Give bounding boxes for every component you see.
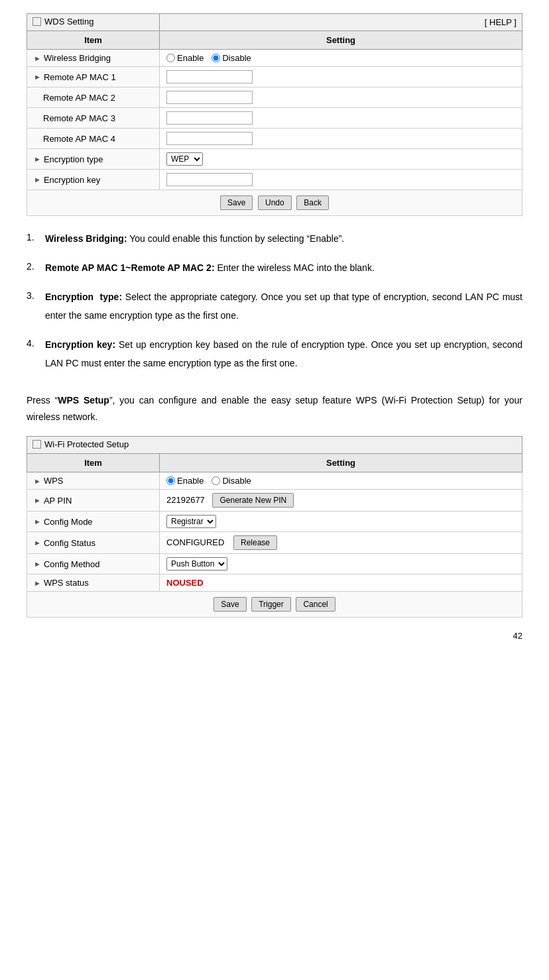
page-number: 42 xyxy=(27,631,522,641)
encryption-key-input[interactable] xyxy=(166,173,253,186)
wds-setting-enc-key xyxy=(160,170,522,190)
section-4-text: Set up encryption key based on the rule … xyxy=(45,339,522,368)
section-3-term: Encryption type: xyxy=(45,292,122,302)
wps-cancel-button[interactable]: Cancel xyxy=(296,597,335,612)
section-1-term: Wireless Bridging: xyxy=(45,233,127,244)
table-row: ► Wireless Bridging Enable Disable xyxy=(27,50,522,67)
arrow-icon: ► xyxy=(34,155,41,163)
wps-title: Wi-Fi Protected Setup xyxy=(44,439,129,449)
config-method-select[interactable]: Push Button PIN xyxy=(166,557,227,571)
wds-label-mac4: Remote AP MAC 4 xyxy=(27,129,160,149)
section-1-text: You could enable this function by select… xyxy=(129,233,344,244)
wds-label-mac3: Remote AP MAC 3 xyxy=(27,108,160,129)
wps-col-item: Item xyxy=(27,454,160,472)
wds-label-mac1: ► Remote AP MAC 1 xyxy=(27,67,160,87)
press-bold: WPS Setup xyxy=(58,395,109,406)
wps-setting-pin: 22192677 Generate New PIN xyxy=(160,490,522,512)
wds-setting-mac2 xyxy=(160,87,522,108)
wds-label-mac2: Remote AP MAC 2 xyxy=(27,87,160,108)
wps-trigger-button[interactable]: Trigger xyxy=(251,597,291,612)
section-3: 3. Encryption type: Select the appropria… xyxy=(27,288,522,325)
section-2-number: 2. xyxy=(27,258,40,277)
section-4: 4. Encryption key: Set up encryption key… xyxy=(27,335,522,372)
section-1-number: 1. xyxy=(27,229,40,248)
arrow-icon: ► xyxy=(34,54,41,62)
mac2-input[interactable] xyxy=(166,91,253,104)
wds-help-link[interactable]: [ HELP ] xyxy=(485,17,517,27)
section-4-number: 4. xyxy=(27,335,40,372)
config-mode-select[interactable]: Registrar Enrollee xyxy=(166,515,216,528)
wds-save-button[interactable]: Save xyxy=(220,195,253,210)
section-2-term: Remote AP MAC 1~Remote AP MAC 2: xyxy=(45,262,215,273)
disable-radio[interactable] xyxy=(212,54,220,62)
wds-undo-button[interactable]: Undo xyxy=(258,195,292,210)
mac3-input[interactable] xyxy=(166,111,253,125)
wps-setting-config-mode: Registrar Enrollee xyxy=(160,512,522,532)
arrow-icon: ► xyxy=(34,496,41,504)
wds-title: WDS Setting xyxy=(44,17,93,27)
section-2: 2. Remote AP MAC 1~Remote AP MAC 2: Ente… xyxy=(27,258,522,277)
enable-radio[interactable] xyxy=(166,54,175,62)
enable-radio-label[interactable]: Enable xyxy=(166,53,204,63)
wps-checkbox-icon[interactable] xyxy=(32,440,41,449)
table-row: ► Encryption key xyxy=(27,170,522,190)
encryption-type-select[interactable]: WEP None xyxy=(166,152,203,166)
wds-back-button[interactable]: Back xyxy=(296,195,329,210)
press-section: Press “WPS Setup”, you can configure and… xyxy=(27,392,522,425)
release-button[interactable]: Release xyxy=(233,535,277,550)
wds-label-wireless-bridging: ► Wireless Bridging xyxy=(27,50,160,67)
wps-label-config-mode: ► Config Mode xyxy=(27,512,160,532)
mac4-input[interactable] xyxy=(166,132,253,145)
arrow-icon: ► xyxy=(34,560,41,568)
generate-pin-button[interactable]: Generate New PIN xyxy=(212,493,294,508)
mac1-input[interactable] xyxy=(166,70,253,83)
wds-col-item: Item xyxy=(27,31,160,50)
config-status-value: CONFIGURED xyxy=(166,537,224,547)
arrow-icon: ► xyxy=(34,176,41,184)
wps-table: Wi-Fi Protected Setup Item Setting ► WPS xyxy=(27,436,522,618)
wds-button-row: Save Undo Back xyxy=(27,190,522,216)
wps-save-button[interactable]: Save xyxy=(213,597,246,612)
wds-table: WDS Setting [ HELP ] Item Setting ► Wire… xyxy=(27,13,522,216)
wps-label-wps: ► WPS xyxy=(27,472,160,490)
table-row: ► WPS Enable Disable xyxy=(27,472,522,490)
wps-label-status: ► WPS status xyxy=(27,574,160,592)
wds-setting-wireless-bridging: Enable Disable xyxy=(160,50,522,67)
wds-setting-mac1 xyxy=(160,67,522,87)
wds-col-setting: Setting xyxy=(160,31,522,50)
table-row: ► Config Status CONFIGURED Release xyxy=(27,532,522,554)
wds-setting-enc-type: WEP None xyxy=(160,149,522,170)
section-3-number: 3. xyxy=(27,288,40,325)
disable-radio-label[interactable]: Disable xyxy=(212,53,251,63)
table-row: ► Config Method Push Button PIN xyxy=(27,554,522,574)
press-text-before: Press “ xyxy=(27,395,58,406)
wds-label-enc-key: ► Encryption key xyxy=(27,170,160,190)
wps-disable-label[interactable]: Disable xyxy=(212,476,251,486)
arrow-icon: ► xyxy=(34,73,41,81)
arrow-icon: ► xyxy=(34,517,41,525)
wds-label-enc-type: ► Encryption type xyxy=(27,149,160,170)
wds-setting-mac3 xyxy=(160,108,522,129)
pin-value: 22192677 xyxy=(166,495,205,505)
wps-col-setting: Setting xyxy=(160,454,522,472)
wds-setting-mac4 xyxy=(160,129,522,149)
wps-label-config-status: ► Config Status xyxy=(27,532,160,554)
wps-enable-label[interactable]: Enable xyxy=(166,476,204,486)
numbered-sections: 1. Wireless Bridging: You could enable t… xyxy=(27,229,522,372)
wps-setting-status: NOUSED xyxy=(160,574,522,592)
table-row: ► WPS status NOUSED xyxy=(27,574,522,592)
table-row: ► Encryption type WEP None xyxy=(27,149,522,170)
wps-section: Wi-Fi Protected Setup Item Setting ► WPS xyxy=(27,436,522,618)
wps-setting-wps: Enable Disable xyxy=(160,472,522,490)
wds-checkbox-icon[interactable] xyxy=(32,17,41,26)
section-1: 1. Wireless Bridging: You could enable t… xyxy=(27,229,522,248)
arrow-icon: ► xyxy=(34,579,41,587)
wps-label-pin: ► AP PIN xyxy=(27,490,160,512)
wps-disable-radio[interactable] xyxy=(212,476,220,485)
wps-setting-config-method: Push Button PIN xyxy=(160,554,522,574)
table-row: ► Config Mode Registrar Enrollee xyxy=(27,512,522,532)
section-2-text: Enter the wireless MAC into the blank. xyxy=(217,262,374,273)
wps-enable-radio[interactable] xyxy=(166,476,175,485)
arrow-icon: ► xyxy=(34,539,41,547)
wps-status-value: NOUSED xyxy=(166,578,204,588)
